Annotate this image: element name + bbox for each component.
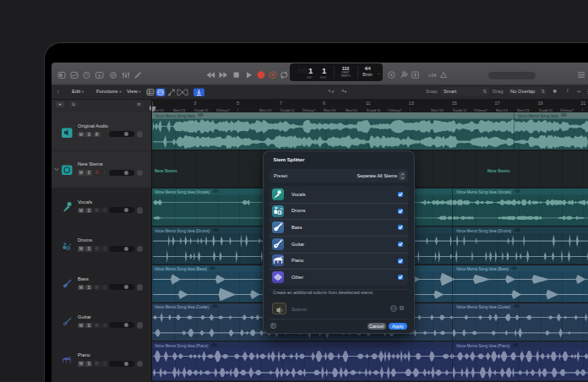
svg-text:?: ? — [85, 73, 88, 78]
svg-text:x34: x34 — [428, 73, 437, 78]
